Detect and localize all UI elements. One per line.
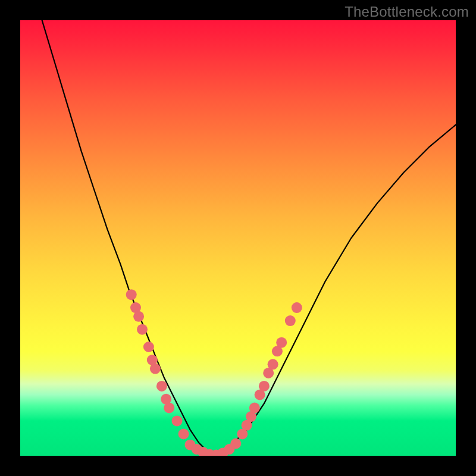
data-marker bbox=[143, 342, 154, 352]
data-marker bbox=[172, 415, 183, 426]
data-marker bbox=[178, 428, 189, 439]
data-marker bbox=[259, 381, 270, 392]
data-marker bbox=[156, 381, 167, 392]
data-marker bbox=[292, 302, 302, 313]
data-marker bbox=[249, 403, 260, 414]
data-marker bbox=[126, 289, 137, 300]
plot-area bbox=[20, 20, 456, 456]
curve-layer bbox=[42, 20, 456, 456]
chart-svg bbox=[20, 20, 456, 456]
data-marker bbox=[133, 311, 144, 322]
marker-layer bbox=[126, 289, 302, 456]
data-marker bbox=[230, 439, 241, 449]
watermark-text: TheBottleneck.com bbox=[345, 4, 469, 20]
data-marker bbox=[164, 403, 174, 414]
data-marker bbox=[276, 337, 287, 348]
bottleneck-curve bbox=[42, 20, 456, 456]
data-marker bbox=[268, 359, 278, 369]
chart-frame: TheBottleneck.com bbox=[0, 0, 476, 476]
data-marker bbox=[285, 315, 296, 326]
data-marker bbox=[137, 324, 148, 335]
data-marker bbox=[150, 364, 161, 374]
